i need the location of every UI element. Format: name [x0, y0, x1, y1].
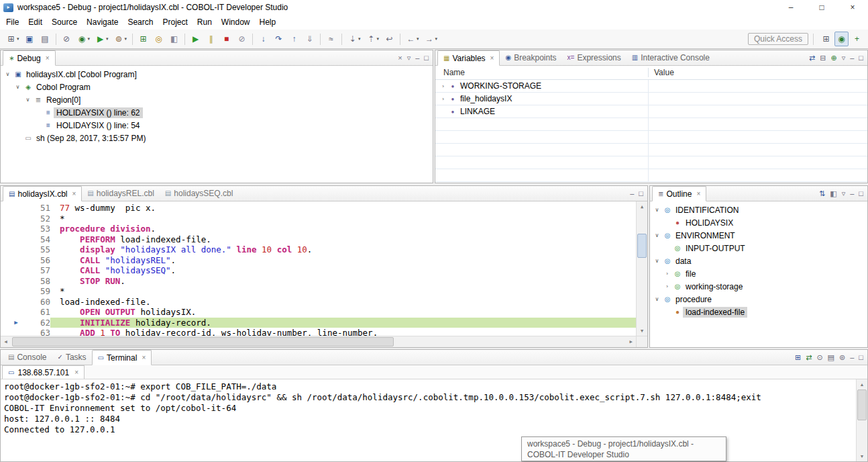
- outline-item-environment[interactable]: ∨◎ENVIRONMENT: [650, 229, 867, 242]
- minimize-icon[interactable]: –: [415, 54, 419, 62]
- scroll-up-arrow-icon[interactable]: ▲: [857, 379, 867, 389]
- outline-item-identification[interactable]: ∨◎IDENTIFICATION: [650, 203, 867, 216]
- close-icon[interactable]: ×: [74, 369, 78, 376]
- variables-tab-expressions[interactable]: x=Expressions: [562, 50, 627, 65]
- editor-horizontal-scrollbar[interactable]: ◀ ▶: [1, 336, 636, 347]
- debug-item-holidaysix-line-62[interactable]: ≡HOLIDAYSIX () line: 62: [1, 106, 433, 119]
- new-wizard-button[interactable]: ⊞▾: [4, 32, 21, 46]
- debug-tab-debug[interactable]: ∗Debug×: [3, 50, 56, 66]
- outline-item-procedure[interactable]: ∨◎procedure: [650, 293, 867, 306]
- sort-icon[interactable]: ⇅: [819, 190, 825, 197]
- connect-icon[interactable]: ⇄: [806, 354, 812, 361]
- expand-arrow-icon[interactable]: ›: [438, 83, 448, 89]
- editor-tab-holidaysix-cbl[interactable]: ▤holidaysIX.cbl×: [3, 186, 82, 201]
- variable-row-linkage[interactable]: ●LINKAGE: [435, 105, 867, 118]
- add-global-variables-icon[interactable]: ⊕: [830, 54, 836, 62]
- maximize-icon[interactable]: □: [859, 354, 863, 361]
- scroll-down-arrow-icon[interactable]: ▼: [857, 451, 867, 461]
- menu-edit[interactable]: Edit: [23, 15, 47, 29]
- code-editor[interactable]: 5177 ws-dummy pic x.52*53procedure divis…: [1, 201, 647, 347]
- variables-tab-variables[interactable]: ▦Variables×: [437, 50, 500, 66]
- name-column-header[interactable]: Name: [435, 68, 649, 77]
- expand-arrow-icon[interactable]: ›: [438, 96, 448, 102]
- outline-item-input-output[interactable]: ◎INPUT-OUTPUT: [650, 242, 867, 255]
- code-line-57[interactable]: 57 CALL "holidaysSEQ".: [1, 265, 636, 276]
- previous-annotation-dropdown-arrow[interactable]: ▾: [377, 36, 380, 42]
- toggle-mark-occurrences-button[interactable]: ◧: [167, 32, 181, 46]
- bottom-tab-tasks[interactable]: ✓Tasks: [52, 350, 91, 365]
- outline-item-load-indexed-file[interactable]: ●load-indexed-file: [650, 306, 867, 318]
- variables-tab-interactive-console[interactable]: ▥Interactive Console: [627, 50, 715, 65]
- run-dropdown-arrow[interactable]: ▾: [106, 36, 109, 42]
- code-line-53[interactable]: 53procedure division.: [1, 224, 636, 234]
- minimize-icon[interactable]: –: [850, 190, 854, 197]
- menu-window[interactable]: Window: [217, 15, 255, 29]
- disconnect-button[interactable]: ⊘: [235, 32, 249, 46]
- step-return-button[interactable]: ↑: [287, 32, 301, 46]
- view-menu-icon[interactable]: ▿: [842, 190, 846, 197]
- run-button[interactable]: ▶▾: [93, 32, 111, 46]
- scrollbar-track[interactable]: [857, 389, 867, 451]
- outline-tab-outline[interactable]: ≣Outline×: [652, 186, 706, 201]
- menu-navigate[interactable]: Navigate: [82, 15, 123, 29]
- scrollbar-thumb[interactable]: [637, 234, 647, 258]
- maximize-icon[interactable]: □: [859, 190, 863, 197]
- code-line-59[interactable]: 59*: [1, 286, 636, 297]
- menu-source[interactable]: Source: [47, 15, 82, 29]
- terminal-output[interactable]: root@docker-1gb-sfo2-01:~# export COB_FI…: [1, 379, 856, 461]
- outline-item-holidaysix[interactable]: ●HOLIDAYSIX: [650, 216, 867, 229]
- code-line-60[interactable]: 60load-indexed-file.: [1, 297, 636, 308]
- maximize-icon[interactable]: □: [424, 54, 429, 62]
- menu-search[interactable]: Search: [123, 15, 158, 29]
- editor-vertical-scrollbar[interactable]: ▲ ▼: [636, 201, 647, 336]
- close-icon[interactable]: ×: [696, 190, 700, 197]
- new-cobol-program-button[interactable]: ⊞: [136, 32, 150, 46]
- back-dropdown-arrow[interactable]: ▾: [417, 36, 419, 42]
- minimize-icon[interactable]: –: [850, 54, 854, 62]
- new-terminal-icon[interactable]: ⊞: [795, 354, 801, 361]
- drop-to-frame-button[interactable]: ⇓: [303, 32, 317, 46]
- close-button[interactable]: ×: [837, 0, 868, 15]
- menu-run[interactable]: Run: [193, 15, 217, 29]
- menu-help[interactable]: Help: [255, 15, 281, 29]
- terminal-scrollbar[interactable]: ▲ ▼: [856, 379, 867, 461]
- last-edit-location-button[interactable]: ↩: [382, 32, 396, 46]
- step-into-button[interactable]: ↓: [256, 32, 270, 46]
- external-tools-button[interactable]: ⊚▾: [112, 32, 129, 46]
- cobol-perspective-button[interactable]: +: [850, 32, 864, 46]
- scrollbar-thumb[interactable]: [857, 389, 867, 420]
- debug-item-sh-sep-28-2017-3-15-57-pm[interactable]: ▭sh (Sep 28, 2017, 3:15:57 PM): [1, 132, 433, 144]
- next-annotation-button[interactable]: ⇣▾: [345, 32, 363, 46]
- close-icon[interactable]: ×: [142, 354, 146, 361]
- maximize-icon[interactable]: □: [639, 190, 643, 197]
- collapse-arrow-icon[interactable]: ∨: [3, 71, 13, 77]
- variable-row-working-storage[interactable]: ›●WORKING-STORAGE: [435, 80, 867, 93]
- scroll-right-arrow-icon[interactable]: ▶: [626, 336, 636, 347]
- debug-button[interactable]: ◉▾: [75, 32, 93, 46]
- remove-all-terminated-icon[interactable]: ×: [398, 54, 402, 62]
- show-type-names-icon[interactable]: ⇄: [809, 54, 815, 62]
- outline-item-data[interactable]: ∨◎data: [650, 255, 867, 267]
- bottom-tab-console[interactable]: ▤Console: [3, 350, 52, 365]
- outline-item-working-storage[interactable]: ›◎working-storage: [650, 280, 867, 293]
- close-icon[interactable]: ×: [72, 190, 76, 197]
- collapse-arrow-icon[interactable]: ∨: [13, 84, 23, 90]
- debug-perspective-button[interactable]: ◉: [834, 32, 849, 46]
- collapse-arrow-icon[interactable]: ∨: [23, 97, 33, 103]
- debug-item-region-0[interactable]: ∨≣Region[0]: [1, 93, 433, 106]
- code-line-63[interactable]: 63 ADD 1 TO holiday-record-id, ws-holida…: [1, 328, 636, 336]
- terminate-button[interactable]: ■: [219, 32, 233, 46]
- forward-button[interactable]: →▾: [423, 32, 440, 46]
- code-line-61[interactable]: 61 OPEN OUTPUT holidaysIX.: [1, 307, 636, 318]
- editor-tab-holidaysseq-cbl[interactable]: ▤holidaysSEQ.cbl: [160, 186, 239, 201]
- menu-file[interactable]: File: [1, 15, 23, 29]
- save-button[interactable]: ▣: [23, 32, 37, 46]
- scroll-up-arrow-icon[interactable]: ▲: [637, 201, 647, 212]
- terminal-host-tab[interactable]: ▭ 138.68.57.101 ×: [2, 365, 85, 379]
- previous-annotation-button[interactable]: ⇡▾: [364, 32, 382, 46]
- variable-row-file-holidaysix[interactable]: ›●file_holidaysIX: [435, 93, 867, 105]
- debug-item-holidaysix-cbl-cobol-program[interactable]: ∨▣holidaysIX.cbl [Cobol Program]: [1, 68, 433, 81]
- search-button[interactable]: ◎: [152, 32, 166, 46]
- suspend-button[interactable]: ∥: [204, 32, 218, 46]
- collapse-arrow-icon[interactable]: ∨: [652, 258, 662, 264]
